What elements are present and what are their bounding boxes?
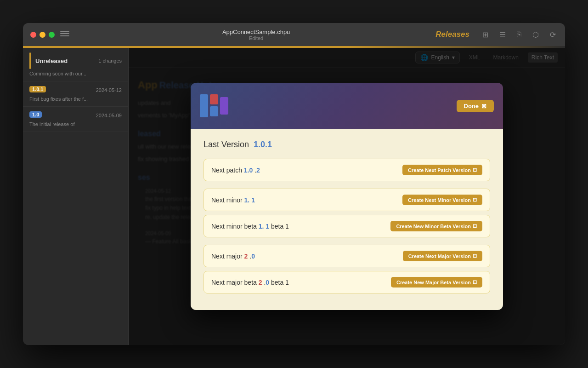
last-version-label: Last Version xyxy=(204,140,249,150)
sidebar-item-v101[interactable]: 1.0.1 2024-05-12 First bug fixes after t… xyxy=(23,81,128,107)
done-icon: ⊠ xyxy=(481,103,486,109)
create-new-minor-beta-button[interactable]: Create New Minor Beta Version ⊡ xyxy=(390,221,482,231)
major-icon: ⊡ xyxy=(473,253,477,259)
create-new-major-beta-label: Create New Major Beta Version xyxy=(396,280,471,285)
logo-block-3 xyxy=(210,106,218,116)
version-tag-v10: 1.0 xyxy=(29,111,42,118)
sidebar-item-header-v101: 1.0.1 2024-05-12 xyxy=(29,86,122,94)
sidebar-item-left: Unreleased xyxy=(29,52,68,69)
filename-label: AppConnectSample.chpu xyxy=(222,29,290,35)
sidebar-item-badge-unreleased: 1 changes xyxy=(98,58,122,63)
list-button[interactable]: ☰ xyxy=(498,29,508,41)
next-major-beta-label: Next major beta 2 .0 beta 1 xyxy=(211,279,289,286)
logo-block-1 xyxy=(200,94,208,117)
titlebar-icons: Releases ⊞ ☰ ⎘ ⬡ ⟳ xyxy=(435,29,558,41)
group-separator-1 xyxy=(204,185,490,189)
unreleased-indicator xyxy=(29,52,31,69)
file-status-label: Edited xyxy=(249,35,263,41)
create-next-minor-label: Create Next Minor Version xyxy=(408,197,471,203)
create-new-minor-beta-label: Create New Minor Beta Version xyxy=(396,224,471,229)
sidebar-item-desc-v101: First bug fixes after the f... xyxy=(29,96,122,102)
next-major-row: Next major 2 .0 Create Next Major Versio… xyxy=(204,245,490,267)
version-modal: Done ⊠ Last Version 1.0.1 xyxy=(191,83,503,310)
releases-title: Releases xyxy=(435,30,469,39)
done-label: Done xyxy=(464,103,479,109)
share-button[interactable]: ⬡ xyxy=(531,29,541,41)
sidebar-toggle-button[interactable] xyxy=(60,31,69,38)
sidebar-item-header-v10: 1.0 2024-05-09 xyxy=(29,111,122,120)
minor-icon: ⊡ xyxy=(473,197,477,203)
sidebar-item-desc-unreleased: Comming soon with our... xyxy=(29,71,122,76)
patch-icon: ⊡ xyxy=(473,167,477,173)
close-button[interactable] xyxy=(30,32,36,38)
next-patch-label: Next patch 1.0 .2 xyxy=(211,167,260,174)
last-version-row: Last Version 1.0.1 xyxy=(204,140,490,150)
modal-overlay: Done ⊠ Last Version 1.0.1 xyxy=(129,48,565,345)
logo-block-2 xyxy=(210,94,218,104)
sidebar-item-date-v10: 2024-05-09 xyxy=(96,113,122,118)
next-minor-label: Next minor 1. 1 xyxy=(211,196,255,204)
sidebar-item-v10[interactable]: 1.0 2024-05-09 The initial release of xyxy=(23,107,128,132)
history-button[interactable]: ⟳ xyxy=(548,29,558,41)
create-next-major-button[interactable]: Create Next Major Version ⊡ xyxy=(403,251,482,261)
version-tag-v101: 1.0.1 xyxy=(29,86,46,92)
main-content: Unreleased 1 changes Comming soon with o… xyxy=(23,48,565,345)
next-patch-row: Next patch 1.0 .2 Create Next Patch Vers… xyxy=(204,159,490,181)
next-minor-beta-label: Next minor beta 1. 1 beta 1 xyxy=(211,223,289,230)
sidebar: Unreleased 1 changes Comming soon with o… xyxy=(23,48,129,345)
major-beta-icon: ⊡ xyxy=(473,279,477,285)
app-logo xyxy=(200,94,228,117)
maximize-button[interactable] xyxy=(49,32,55,38)
minimize-button[interactable] xyxy=(40,32,45,38)
minor-beta-icon: ⊡ xyxy=(473,223,477,229)
next-major-label: Next major 2 .0 xyxy=(211,253,255,260)
sidebar-item-date-v101: 2024-05-12 xyxy=(96,87,122,93)
sidebar-item-desc-v10: The initial release of xyxy=(29,121,122,127)
sidebar-item-title-unreleased: Unreleased xyxy=(35,58,68,64)
create-new-major-beta-button[interactable]: Create New Major Beta Version ⊡ xyxy=(391,277,482,288)
sidebar-item-unreleased[interactable]: Unreleased 1 changes Comming soon with o… xyxy=(23,48,128,81)
next-minor-beta-row: Next minor beta 1. 1 beta 1 Create New M… xyxy=(204,215,490,237)
mac-window: AppConnectSample.chpu Edited Releases ⊞ … xyxy=(23,23,565,345)
logo-block-4 xyxy=(220,97,228,115)
titlebar-center: AppConnectSample.chpu Edited xyxy=(77,29,435,41)
next-major-beta-row: Next major beta 2 .0 beta 1 Create New M… xyxy=(204,271,490,293)
add-button[interactable]: ⊞ xyxy=(481,29,490,41)
right-panel: 🌐 English ▾ XML Markdown Rich Text App R… xyxy=(129,48,565,345)
sidebar-version-row-v10: 1.0 xyxy=(29,111,45,118)
create-next-minor-button[interactable]: Create Next Minor Version ⊡ xyxy=(402,195,482,205)
copy-button[interactable]: ⎘ xyxy=(515,29,523,40)
sidebar-item-header: Unreleased 1 changes xyxy=(29,52,122,69)
titlebar: AppConnectSample.chpu Edited Releases ⊞ … xyxy=(23,23,565,46)
create-next-patch-button[interactable]: Create Next Patch Version ⊡ xyxy=(402,165,482,175)
last-version-num: 1.0.1 xyxy=(254,140,272,150)
next-minor-row: Next minor 1. 1 Create Next Minor Versio… xyxy=(204,189,490,211)
traffic-lights xyxy=(30,32,55,38)
done-button[interactable]: Done ⊠ xyxy=(457,100,494,112)
group-separator-2 xyxy=(204,241,490,245)
create-next-major-label: Create Next Major Version xyxy=(408,253,471,259)
modal-header: Done ⊠ xyxy=(191,83,503,129)
create-next-patch-label: Create Next Patch Version xyxy=(408,167,471,173)
sidebar-version-row-v101: 1.0.1 xyxy=(29,86,49,92)
modal-body: Last Version 1.0.1 Next patch 1.0 .2 Cre… xyxy=(191,129,503,310)
